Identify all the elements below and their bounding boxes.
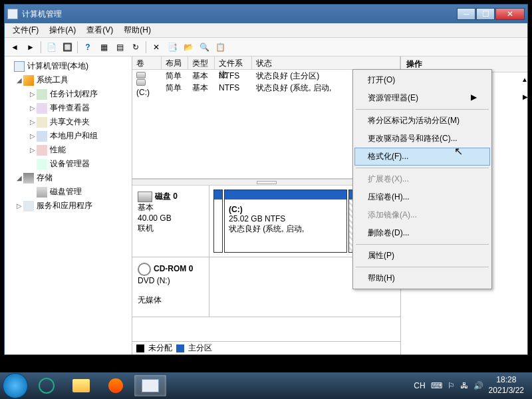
tray-volume-icon[interactable]: 🔊 xyxy=(473,381,483,390)
taskbar[interactable]: CH ⌨ ⚐ 🖧 🔊 18:282021/3/22 xyxy=(0,372,532,399)
window-title: 计算机管理 xyxy=(22,9,456,20)
tree-perf[interactable]: ▷性能 xyxy=(6,143,130,157)
tree-users[interactable]: ▷本地用户和组 xyxy=(6,129,130,143)
start-button[interactable] xyxy=(3,373,28,398)
menu-view[interactable]: 查看(V) xyxy=(81,23,118,37)
settings-button[interactable]: ✕ xyxy=(149,40,164,55)
ctx-mirror: 添加镜像(A)... xyxy=(354,206,490,224)
volume-header: 卷 布局 类型 文件系统 状态 xyxy=(132,57,400,70)
app-icon xyxy=(7,9,18,19)
up-button[interactable]: 📄 xyxy=(44,40,59,55)
ctx-extend: 扩展卷(X)... xyxy=(354,170,490,188)
col-fs[interactable]: 文件系统 xyxy=(215,57,252,69)
menu-action[interactable]: 操作(A) xyxy=(44,23,81,37)
col-volume[interactable]: 卷 xyxy=(132,57,162,69)
disk-0-label[interactable]: 磁盘 0 基本 40.00 GB 联机 xyxy=(132,186,209,257)
col-status[interactable]: 状态 xyxy=(252,57,400,69)
swatch-unallocated xyxy=(136,344,144,352)
refresh-button[interactable]: ↻ xyxy=(128,40,143,55)
ctx-shrink[interactable]: 压缩卷(H)... xyxy=(354,188,490,206)
wmp-icon xyxy=(108,378,123,393)
system-tray[interactable]: CH ⌨ ⚐ 🖧 🔊 18:282021/3/22 xyxy=(414,375,529,396)
menubar: 文件(F) 操作(A) 查看(V) 帮助(H) xyxy=(5,23,527,38)
col-layout[interactable]: 布局 xyxy=(162,57,188,69)
action3-button[interactable]: 🔍 xyxy=(197,40,211,55)
ctx-format[interactable]: 格式化(F)... xyxy=(354,148,490,166)
disk-icon xyxy=(138,192,152,202)
show-hide-button[interactable]: 🔲 xyxy=(60,40,74,55)
submenu-arrow-icon: ▶ xyxy=(523,93,528,100)
maximize-button[interactable]: ☐ xyxy=(476,8,495,20)
minimize-button[interactable]: ─ xyxy=(457,8,475,20)
compmgmt-icon xyxy=(142,379,159,392)
taskbar-wmp[interactable] xyxy=(100,375,132,396)
legend: 未分配 主分区 xyxy=(132,341,400,354)
menu-help[interactable]: 帮助(H) xyxy=(118,23,156,37)
tree-services[interactable]: ▷服务和应用程序 xyxy=(6,199,130,213)
ctx-open[interactable]: 打开(O) xyxy=(354,71,490,89)
cdrom-icon xyxy=(138,263,151,276)
forward-button[interactable]: ► xyxy=(23,40,38,55)
ime-indicator[interactable]: CH xyxy=(414,381,425,390)
taskbar-ie[interactable] xyxy=(31,375,63,396)
cdrom-label[interactable]: CD-ROM 0 DVD (N:) 无媒体 xyxy=(132,257,209,317)
tree-root[interactable]: 计算机管理(本地) xyxy=(6,59,130,73)
tree-diskmgmt[interactable]: 磁盘管理 xyxy=(6,185,130,199)
collapse-arrow-icon[interactable]: ▲ xyxy=(521,76,528,83)
view2-button[interactable]: ▤ xyxy=(112,40,127,55)
action1-button[interactable]: 📑 xyxy=(165,40,180,55)
taskbar-explorer[interactable] xyxy=(65,375,97,396)
menu-file[interactable]: 文件(F) xyxy=(7,23,44,37)
action2-button[interactable]: 📂 xyxy=(181,40,196,55)
nav-tree[interactable]: 计算机管理(本地) ◢系统工具 ▷任务计划程序 ▷事件查看器 ▷共享文件夹 ▷本… xyxy=(5,57,132,354)
ctx-mark-active[interactable]: 将分区标记为活动分区(M) xyxy=(354,112,490,130)
toolbar: ◄ ► 📄 🔲 ? ▦ ▤ ↻ ✕ 📑 📂 🔍 📋 xyxy=(5,38,527,57)
col-type[interactable]: 类型 xyxy=(188,57,215,69)
ctx-explorer[interactable]: 资源管理器(E)▶ xyxy=(354,89,490,107)
tray-action-center-icon[interactable]: ⚐ xyxy=(448,381,455,390)
ctx-delete[interactable]: 删除卷(D)... xyxy=(354,224,490,242)
view1-button[interactable]: ▦ xyxy=(96,40,111,55)
partition-c[interactable]: (C:)25.02 GB NTFS状态良好 (系统, 启动, xyxy=(224,190,347,253)
action4-button[interactable]: 📋 xyxy=(213,40,227,55)
back-button[interactable]: ◄ xyxy=(7,40,22,55)
volume-icon xyxy=(136,79,146,86)
tree-storage[interactable]: ◢存储 xyxy=(6,171,130,185)
partition-system-reserved[interactable] xyxy=(213,190,223,253)
tree-task[interactable]: ▷任务计划程序 xyxy=(6,87,130,101)
close-button[interactable]: ✕ xyxy=(495,8,525,20)
ie-icon xyxy=(39,378,55,394)
tree-devmgr[interactable]: 设备管理器 xyxy=(6,157,130,171)
context-menu: 打开(O) 资源管理器(E)▶ 将分区标记为活动分区(M) 更改驱动器号和路径(… xyxy=(352,69,492,289)
tray-icon[interactable]: ⌨ xyxy=(431,381,442,390)
tray-network-icon[interactable]: 🖧 xyxy=(460,381,468,390)
swatch-primary xyxy=(176,344,184,352)
taskbar-compmgmt[interactable] xyxy=(134,375,166,396)
folder-icon xyxy=(72,379,90,392)
tree-systools[interactable]: ◢系统工具 xyxy=(6,73,130,87)
ctx-change-drive[interactable]: 更改驱动器号和路径(C)... xyxy=(354,130,490,148)
titlebar[interactable]: 计算机管理 ─ ☐ ✕ xyxy=(5,5,527,23)
ctx-properties[interactable]: 属性(P) xyxy=(354,247,490,265)
help-button[interactable]: ? xyxy=(80,40,95,55)
clock[interactable]: 18:282021/3/22 xyxy=(489,375,524,396)
ctx-help[interactable]: 帮助(H) xyxy=(354,269,490,287)
tree-event[interactable]: ▷事件查看器 xyxy=(6,101,130,115)
volume-icon xyxy=(136,72,146,78)
tree-share[interactable]: ▷共享文件夹 xyxy=(6,115,130,129)
